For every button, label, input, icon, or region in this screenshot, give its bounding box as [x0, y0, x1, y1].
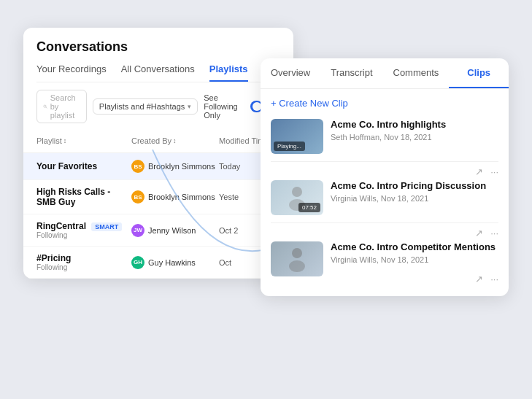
search-box[interactable]: Search by playlist — [36, 90, 87, 123]
svg-point-4 — [292, 248, 302, 258]
avatar: JW — [131, 224, 144, 237]
creator-cell: BS Brooklyn Simmons — [131, 160, 219, 173]
clip-meta: Seth Hoffman, Nov 18, 2021 — [331, 133, 498, 142]
clip-item: Playing... Acme Co. Intro highlights Set… — [271, 119, 498, 162]
clip-info: Acme Co. Intro Pricing Discussion Virgin… — [331, 180, 498, 203]
clip-2-actions: ↗ ··· — [271, 228, 498, 241]
tab-clips[interactable]: Clips — [449, 58, 509, 88]
tab-playlists[interactable]: Playlists — [209, 63, 248, 82]
clip-thumbnail-1: Playing... — [271, 119, 323, 154]
create-new-clip-link[interactable]: + Create New Clip — [271, 98, 498, 109]
creator-name: Jenny Wilson — [148, 226, 196, 235]
share-icon[interactable]: ↗ — [475, 166, 483, 177]
playlist-name: RingCentral SMART — [36, 221, 131, 231]
creator-name: Brooklyn Simmons — [148, 162, 215, 171]
more-icon[interactable]: ··· — [490, 228, 498, 239]
more-icon[interactable]: ··· — [490, 166, 498, 177]
clip-title: Acme Co. Intro Competitor Mentions — [331, 241, 498, 254]
panel-header: Conversations Your Recordings All Conver… — [23, 28, 293, 82]
playlist-row[interactable]: RingCentral SMART Following JW Jenny Wil… — [23, 214, 293, 247]
playlist-name: #Pricing — [36, 253, 131, 263]
filter-label: Playlists and #Hashtags — [99, 102, 185, 111]
table-header: Playlist ↕ Created By ↕ Modified Time ↕ … — [23, 129, 293, 153]
search-placeholder: Search by playlist — [50, 93, 80, 120]
detail-panel: Overview Transcript Comments Clips + Cre… — [261, 58, 509, 296]
clip-title: Acme Co. Intro highlights — [331, 119, 498, 131]
tab-recordings[interactable]: Your Recordings — [36, 63, 107, 82]
main-tabs: Your Recordings All Conversations Playli… — [36, 63, 280, 82]
toggle-knob — [252, 102, 261, 111]
clip-meta: Virginia Wills, Nov 18, 2021 — [331, 194, 498, 203]
clip-info: Acme Co. Intro Competitor Mentions Virgi… — [331, 241, 498, 264]
see-following-row: See Following Only — [204, 93, 262, 120]
creator-cell: GH Guy Hawkins — [131, 256, 219, 269]
detail-tabs: Overview Transcript Comments Clips — [261, 58, 509, 89]
avatar: BS — [131, 190, 144, 204]
clip-item: Acme Co. Intro Competitor Mentions Virgi… — [271, 241, 498, 276]
svg-line-1 — [46, 107, 47, 108]
creator-cell: BS Brooklyn Simmons — [131, 190, 219, 204]
playlist-sub: Following — [36, 231, 131, 239]
more-icon[interactable]: ··· — [490, 274, 498, 284]
page-title: Conversations — [36, 39, 280, 55]
chevron-down-icon: ▾ — [188, 103, 191, 110]
clip-info: Acme Co. Intro highlights Seth Hoffman, … — [331, 119, 498, 142]
clip-thumbnail-3 — [271, 241, 323, 276]
col-created-by: Created By ↕ — [131, 132, 219, 150]
clips-content: + Create New Clip Playing... Acme Co. In… — [261, 89, 509, 296]
tab-transcript[interactable]: Transcript — [320, 58, 382, 88]
playing-badge: Playing... — [274, 142, 305, 151]
clip-title: Acme Co. Intro Pricing Discussion — [331, 180, 498, 193]
playlist-row[interactable]: Your Favorites BS Brooklyn Simmons Today — [23, 153, 293, 180]
clip-item: 07:52 Acme Co. Intro Pricing Discussion … — [271, 180, 498, 223]
tab-comments[interactable]: Comments — [383, 58, 450, 88]
playlist-name: Your Favorites — [36, 161, 131, 171]
duration-badge: 07:52 — [298, 203, 320, 212]
smart-badge: SMART — [91, 222, 122, 231]
toolbar: Search by playlist Playlists and #Hashta… — [23, 82, 293, 129]
playlist-name: High Risks Calls - SMB Guy — [36, 187, 131, 207]
search-icon — [43, 102, 47, 111]
clip-meta: Virginia Wills, Nov 18, 2021 — [331, 255, 498, 264]
col-playlist: Playlist ↕ — [36, 132, 131, 150]
playlist-row[interactable]: High Risks Calls - SMB Guy BS Brooklyn S… — [23, 180, 293, 214]
see-following-label: See Following Only — [204, 93, 245, 120]
playlist-row[interactable]: #Pricing Following GH Guy Hawkins Oct — [23, 247, 293, 279]
tab-all-conversations[interactable]: All Conversations — [121, 63, 195, 82]
filter-dropdown[interactable]: Playlists and #Hashtags ▾ — [93, 98, 198, 115]
clip-thumbnail-2: 07:52 — [271, 180, 323, 215]
creator-name: Brooklyn Simmons — [148, 193, 215, 201]
avatar: BS — [131, 160, 144, 173]
avatar: GH — [131, 256, 144, 269]
tab-overview[interactable]: Overview — [261, 58, 320, 88]
clip-1-actions: ↗ ··· — [271, 166, 498, 180]
svg-point-5 — [289, 260, 305, 272]
conversations-panel: Conversations Your Recordings All Conver… — [23, 28, 293, 279]
creator-cell: JW Jenny Wilson — [131, 224, 219, 237]
playlist-sub: Following — [36, 263, 131, 271]
person-silhouette-2-icon — [286, 246, 308, 272]
svg-point-2 — [292, 187, 302, 197]
creator-name: Guy Hawkins — [148, 258, 196, 267]
share-icon[interactable]: ↗ — [475, 228, 483, 239]
share-icon[interactable]: ↗ — [475, 274, 483, 284]
